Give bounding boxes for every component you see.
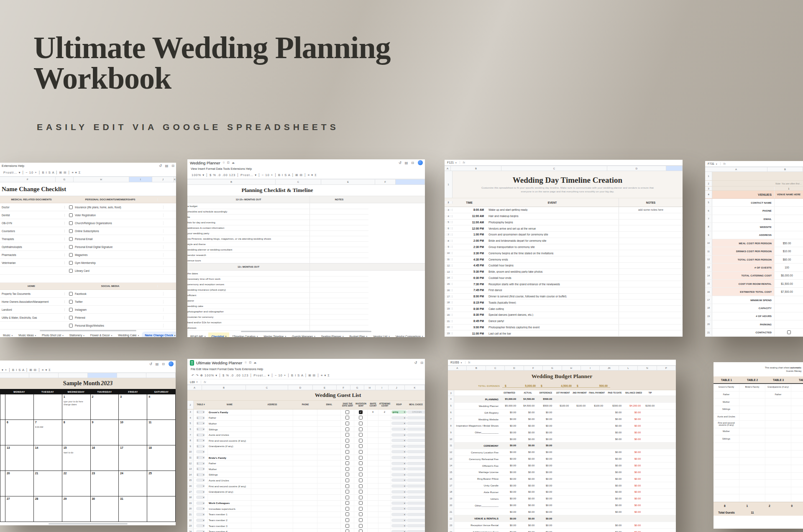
rsvp-dropdown[interactable]: ▾ <box>391 484 407 488</box>
column-header-cell[interactable]: J <box>152 177 174 182</box>
phone-cell[interactable] <box>293 427 317 432</box>
email-cell[interactable] <box>317 529 341 532</box>
address-cell[interactable] <box>251 483 293 489</box>
column-header-cell[interactable]: D <box>505 366 524 370</box>
meal-choice-dropdown[interactable] <box>407 519 425 522</box>
menu-bar[interactable]: View Insert Format Data Tools Extensions… <box>187 166 425 171</box>
rsvp-dropdown[interactable]: ▾ <box>391 501 407 505</box>
timeline-row[interactable]: 12 4:45 PM Cocktail hour begins <box>445 263 683 269</box>
seating-row[interactable]: Siblings <box>713 435 803 443</box>
table-number-dropdown[interactable]: 1▾ <box>196 433 205 437</box>
phone-cell[interactable] <box>293 472 317 478</box>
toolbar[interactable]: ↶ ↷ ⊕ 100% ▾ │ $ % .0 .00 123 │ Prost… ▾… <box>187 371 425 379</box>
seating-row[interactable] <box>713 480 803 487</box>
meal-choice-dropdown[interactable] <box>407 427 425 431</box>
column-header-cell[interactable]: E <box>313 385 337 390</box>
formula-bar[interactable]: fx <box>201 381 206 384</box>
save-the-date-checkbox[interactable] <box>345 490 349 494</box>
invitation-checkbox[interactable] <box>359 410 363 414</box>
item-checkbox[interactable] <box>69 316 73 320</box>
save-the-date-checkbox[interactable] <box>345 473 349 476</box>
save-the-date-checkbox[interactable] <box>345 422 349 425</box>
venue-row[interactable]: 11 DRINKS COST PER PERSON $10.00 <box>705 247 803 255</box>
rsvp-dropdown[interactable]: ▾ <box>391 456 407 459</box>
name-box[interactable]: F731 <box>708 162 714 165</box>
seating-row[interactable] <box>713 494 803 502</box>
venue-row[interactable]: 6 PHONE <box>705 207 803 215</box>
meal-choice-dropdown[interactable] <box>407 462 425 465</box>
guest-row[interactable]: 10 ▾ ▾ <box>187 449 425 455</box>
calendar-day-cell[interactable] <box>0 394 5 420</box>
comment-icon[interactable]: ⊡ <box>420 361 423 365</box>
task-note-cell[interactable] <box>309 276 368 282</box>
column-header-cell[interactable] <box>0 373 29 378</box>
table-number-dropdown[interactable]: 1▾ <box>196 445 205 448</box>
venue-row[interactable]: 15 COST FOR ROOM RENTAL $1,500.00 <box>705 280 803 288</box>
table-number-dropdown[interactable]: 2▾ <box>196 456 205 459</box>
guest-row[interactable]: 17 ▾ Grandparents (if any) <box>187 489 425 495</box>
invitation-checkbox[interactable] <box>359 501 363 505</box>
table-number-dropdown[interactable]: 1▾ <box>196 422 205 425</box>
calendar-day-cell[interactable]: 8 <box>62 420 91 445</box>
venue-row[interactable]: 7 EMAIL <box>705 215 803 223</box>
avatar[interactable] <box>169 361 174 366</box>
rsvp-dropdown[interactable]: ▾ <box>391 467 407 471</box>
budget-row[interactable]: 24 Additional Venue Fees $0.00 $0.00 $0.… <box>448 529 676 532</box>
email-cell[interactable] <box>317 438 341 443</box>
task-note-cell[interactable] <box>309 292 368 298</box>
invitation-checkbox[interactable] <box>359 444 363 448</box>
save-the-date-checkbox[interactable] <box>345 439 349 442</box>
calendar-day-cell[interactable]: 27 <box>5 496 34 522</box>
venue-row[interactable]: 20 PARKING <box>705 320 803 328</box>
meal-choice-dropdown[interactable] <box>407 456 425 459</box>
column-header-cell[interactable]: B <box>767 167 803 171</box>
address-cell[interactable] <box>251 432 293 437</box>
comment-icon[interactable]: ⊡ <box>411 161 414 165</box>
phone-cell[interactable] <box>293 512 317 517</box>
sheet-tab[interactable]: Seating Planner ▾ <box>318 332 347 337</box>
phone-cell[interactable] <box>293 438 317 443</box>
table-number-dropdown[interactable]: ▾ <box>196 501 205 505</box>
seating-row[interactable]: First and second cousins (if any) <box>713 421 803 428</box>
meal-choice-dropdown[interactable] <box>407 467 425 471</box>
timeline-row[interactable]: 14 6:30 PM Cocktail hour ends <box>445 275 683 281</box>
guest-row[interactable]: 23 ▾ Team member 3 <box>187 523 425 529</box>
venue-row[interactable]: 14 TOTAL CATERING COST $6,000.00 <box>705 272 803 280</box>
address-cell[interactable] <box>251 438 293 443</box>
timeline-row[interactable]: 8 2:00 PM Bride and bridesmaids depart f… <box>445 238 683 244</box>
guest-row[interactable]: 8 1▾ First and second cousins (if any) <box>187 438 425 444</box>
star-icon[interactable]: ☆ <box>244 361 247 364</box>
task-note-cell[interactable] <box>309 271 368 276</box>
table-number-dropdown[interactable]: 1▾ <box>196 416 205 419</box>
venue-row[interactable]: 21 CONTACTED <box>705 329 803 337</box>
task-note-cell[interactable] <box>309 309 368 315</box>
guest-row[interactable]: 11 2▾ Bride's Family <box>187 455 425 461</box>
phone-cell[interactable] <box>293 506 317 512</box>
calendar-day-cell[interactable]: 7 9:00 AM <box>34 420 62 445</box>
venue-row[interactable]: 12 TOTAL COST PER PERSON $60.00 <box>705 256 803 263</box>
phone-cell[interactable] <box>293 455 317 460</box>
timeline-row[interactable]: 18 8:15 PM Toasts (typically three) <box>445 299 683 306</box>
invitation-checkbox[interactable] <box>359 496 363 499</box>
calendar-day-cell[interactable]: 23 <box>91 471 119 496</box>
meal-choice-dropdown[interactable]: CHICKEN <box>407 410 425 414</box>
table-number-dropdown[interactable]: 1▾ <box>196 462 205 465</box>
rsvp-dropdown[interactable]: going▾ <box>391 410 407 414</box>
sheet-tab[interactable]: Vendor List ▾ <box>370 332 393 337</box>
budget-row[interactable]: 4 PLANNING $5,000.00 $4,500.00 $500.00 <box>448 396 676 403</box>
sheet-tab[interactable]: Checklist ▾ <box>208 332 229 337</box>
formula-bar[interactable]: fx <box>720 162 725 165</box>
calendar-day-cell[interactable]: 22 <box>62 471 91 496</box>
table-number-dropdown[interactable]: 1▾ <box>196 427 205 431</box>
sheet-tab[interactable]: *Timeline Creation ▾ <box>229 332 261 337</box>
column-header-cell[interactable]: B <box>187 179 276 184</box>
table-number-dropdown[interactable]: ▾ <box>196 519 205 522</box>
address-cell[interactable] <box>251 444 293 449</box>
seating-row[interactable]: Father Father <box>713 391 803 399</box>
timeline-row[interactable]: 23 11:00 PM Last call at the bar <box>445 330 683 337</box>
email-cell[interactable] <box>317 495 341 500</box>
rsvp-dropdown[interactable]: ▾ <box>391 519 407 522</box>
column-header-cell[interactable]: H <box>364 385 376 390</box>
column-header-cell[interactable]: I <box>129 177 152 182</box>
name-box[interactable]: R1055 <box>450 361 459 364</box>
